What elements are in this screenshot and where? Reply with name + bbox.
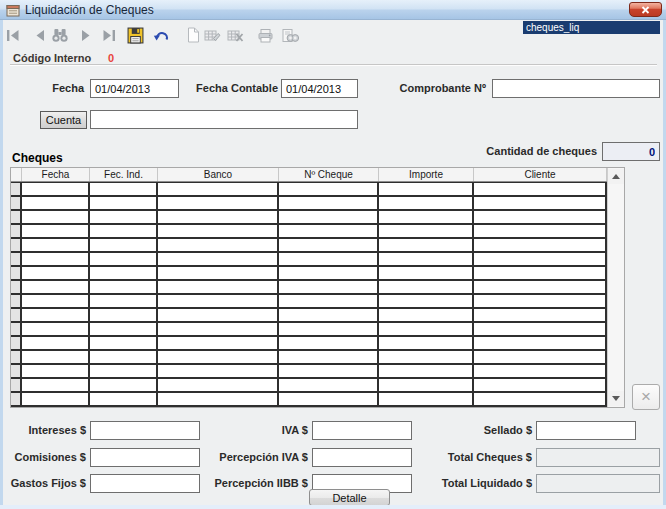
table-cell[interactable] — [279, 211, 379, 223]
table-cell[interactable] — [90, 183, 158, 195]
table-cell[interactable] — [22, 323, 90, 335]
table-row[interactable] — [11, 295, 607, 309]
table-cell[interactable] — [90, 281, 158, 293]
table-cell[interactable] — [279, 295, 379, 307]
table-cell[interactable] — [158, 379, 279, 391]
table-row[interactable] — [11, 253, 607, 267]
comprobante-input[interactable] — [492, 79, 660, 98]
table-cell[interactable] — [90, 365, 158, 377]
row-selector[interactable] — [11, 281, 22, 293]
row-selector[interactable] — [11, 253, 22, 265]
table-cell[interactable] — [22, 365, 90, 377]
table-cell[interactable] — [158, 267, 279, 279]
close-button[interactable] — [629, 2, 662, 17]
table-cell[interactable] — [90, 393, 158, 405]
table-cell[interactable] — [279, 393, 379, 405]
table-cell[interactable] — [158, 337, 279, 349]
edit-record-button[interactable] — [203, 26, 221, 44]
table-cell[interactable] — [279, 351, 379, 363]
table-cell[interactable] — [90, 351, 158, 363]
table-cell[interactable] — [379, 239, 474, 251]
table-cell[interactable] — [379, 365, 474, 377]
table-row[interactable] — [11, 239, 607, 253]
table-cell[interactable] — [379, 211, 474, 223]
table-cell[interactable] — [279, 239, 379, 251]
table-cell[interactable] — [90, 267, 158, 279]
table-cell[interactable] — [158, 365, 279, 377]
table-cell[interactable] — [158, 309, 279, 321]
table-cell[interactable] — [279, 337, 379, 349]
table-cell[interactable] — [379, 295, 474, 307]
table-cell[interactable] — [90, 379, 158, 391]
table-cell[interactable] — [22, 239, 90, 251]
table-cell[interactable] — [90, 225, 158, 237]
table-row[interactable] — [11, 323, 607, 337]
next-record-button[interactable] — [77, 26, 95, 44]
table-cell[interactable] — [158, 295, 279, 307]
table-cell[interactable] — [474, 225, 607, 237]
table-row[interactable] — [11, 337, 607, 351]
print-preview-button[interactable] — [281, 26, 299, 44]
table-row[interactable] — [11, 393, 607, 407]
table-cell[interactable] — [474, 295, 607, 307]
table-cell[interactable] — [279, 309, 379, 321]
table-cell[interactable] — [158, 239, 279, 251]
row-selector[interactable] — [11, 323, 22, 335]
table-cell[interactable] — [379, 183, 474, 195]
find-button[interactable] — [51, 26, 69, 44]
table-cell[interactable] — [379, 323, 474, 335]
table-cell[interactable] — [474, 379, 607, 391]
table-cell[interactable] — [22, 225, 90, 237]
delete-cheque-button[interactable]: × — [632, 384, 660, 410]
sellado-input[interactable] — [536, 421, 636, 440]
row-selector[interactable] — [11, 197, 22, 209]
undo-button[interactable] — [152, 26, 170, 44]
table-cell[interactable] — [379, 267, 474, 279]
table-cell[interactable] — [474, 323, 607, 335]
row-selector[interactable] — [11, 379, 22, 391]
table-cell[interactable] — [158, 211, 279, 223]
table-cell[interactable] — [379, 393, 474, 405]
table-cell[interactable] — [90, 309, 158, 321]
table-cell[interactable] — [90, 323, 158, 335]
row-selector[interactable] — [11, 295, 22, 307]
table-cell[interactable] — [279, 225, 379, 237]
table-cell[interactable] — [22, 183, 90, 195]
cuenta-button[interactable]: Cuenta — [40, 111, 87, 129]
table-row[interactable] — [11, 379, 607, 393]
fecha-contable-input[interactable] — [281, 79, 358, 98]
table-cell[interactable] — [379, 197, 474, 209]
row-selector[interactable] — [11, 267, 22, 279]
table-cell[interactable] — [22, 295, 90, 307]
table-row[interactable] — [11, 309, 607, 323]
table-row[interactable] — [11, 267, 607, 281]
table-cell[interactable] — [158, 351, 279, 363]
table-cell[interactable] — [474, 211, 607, 223]
table-cell[interactable] — [90, 253, 158, 265]
table-cell[interactable] — [379, 379, 474, 391]
table-cell[interactable] — [22, 253, 90, 265]
table-cell[interactable] — [279, 197, 379, 209]
table-cell[interactable] — [158, 253, 279, 265]
table-cell[interactable] — [22, 211, 90, 223]
table-cell[interactable] — [22, 197, 90, 209]
table-cell[interactable] — [279, 183, 379, 195]
table-cell[interactable] — [158, 323, 279, 335]
table-cell[interactable] — [22, 337, 90, 349]
percepcion-iva-input[interactable] — [312, 448, 412, 467]
fecha-input[interactable] — [90, 79, 179, 98]
previous-record-button[interactable] — [31, 26, 49, 44]
scroll-down-icon[interactable] — [608, 391, 624, 406]
table-cell[interactable] — [22, 281, 90, 293]
table-cell[interactable] — [379, 351, 474, 363]
table-cell[interactable] — [90, 295, 158, 307]
table-cell[interactable] — [22, 267, 90, 279]
grid-vertical-scrollbar[interactable] — [607, 168, 624, 407]
row-selector[interactable] — [11, 309, 22, 321]
table-cell[interactable] — [474, 267, 607, 279]
table-cell[interactable] — [379, 309, 474, 321]
first-record-button[interactable] — [4, 26, 22, 44]
row-selector[interactable] — [11, 393, 22, 405]
scroll-up-icon[interactable] — [608, 169, 624, 184]
row-selector[interactable] — [11, 365, 22, 377]
